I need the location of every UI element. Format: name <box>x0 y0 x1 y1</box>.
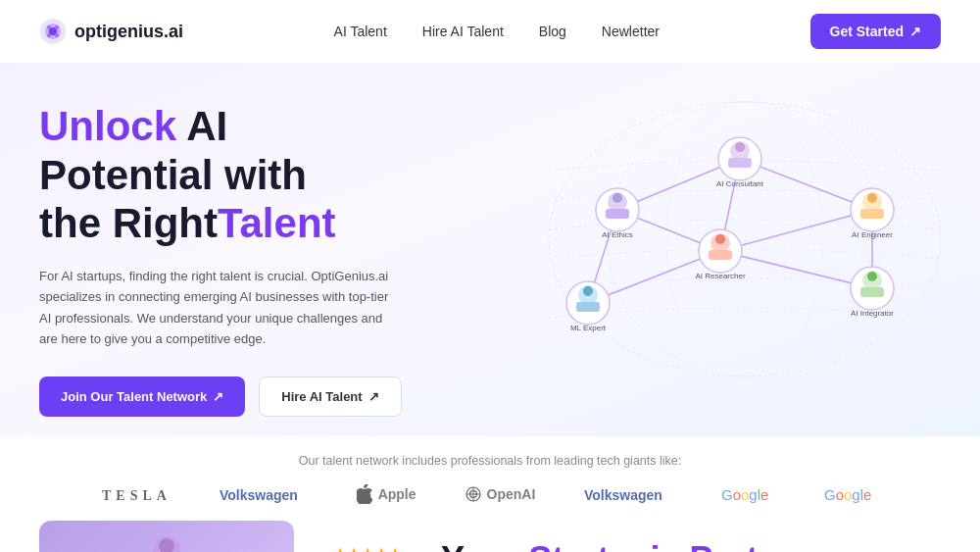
google-svg-2: Google <box>824 484 878 504</box>
brands-section: Our talent network includes professional… <box>0 436 980 521</box>
svg-rect-37 <box>709 250 732 260</box>
vw-svg-1: Volkswagen <box>220 483 308 505</box>
network-visualization: AI Consultant AI Ethics AI Engineer AI R… <box>451 92 941 386</box>
logo[interactable]: optigenius.ai <box>39 18 183 45</box>
volkswagen-logo-2: Volkswagen <box>584 483 672 505</box>
svg-text:AI Consultant: AI Consultant <box>716 179 764 188</box>
svg-point-5 <box>47 33 51 37</box>
arrow-icon: ↗ <box>368 389 379 404</box>
svg-point-3 <box>47 25 51 29</box>
svg-point-26 <box>612 193 622 203</box>
svg-rect-47 <box>860 287 884 297</box>
svg-point-4 <box>55 25 59 29</box>
svg-text:AI Researcher: AI Researcher <box>695 272 745 280</box>
join-talent-button[interactable]: Join Our Talent Network ↗ <box>39 376 245 417</box>
hire-ai-talent-button[interactable]: Hire AI Talent ↗ <box>259 376 401 417</box>
svg-rect-32 <box>860 209 884 219</box>
teaser-image: AI Researcher <box>39 521 294 552</box>
teaser-image-inner <box>39 521 294 552</box>
nav-links: AI Talent Hire AI Talent Blog Newletter <box>334 24 660 39</box>
svg-rect-22 <box>728 158 752 168</box>
svg-text:Volkswagen: Volkswagen <box>584 487 662 503</box>
navbar: optigenius.ai AI Talent Hire AI Talent B… <box>0 0 980 63</box>
tesla-logo: TESLA <box>102 483 171 505</box>
svg-line-18 <box>720 251 872 288</box>
nav-hire-ai-talent[interactable]: Hire AI Talent <box>422 24 504 39</box>
volkswagen-logo-1: Volkswagen <box>220 483 308 505</box>
apple-text: Apple <box>378 486 416 502</box>
svg-text:AI Integrator: AI Integrator <box>851 309 894 318</box>
person-illustration <box>137 530 196 552</box>
google-svg-1: Google <box>721 484 775 504</box>
svg-text:TESLA: TESLA <box>102 488 171 503</box>
tesla-svg: TESLA <box>102 483 171 505</box>
hero-description: For AI startups, finding the right talen… <box>39 266 392 350</box>
openai-logo: OpenAI <box>466 486 536 502</box>
svg-text:Google: Google <box>824 486 871 503</box>
logo-icon <box>39 18 67 45</box>
svg-text:AI Ethics: AI Ethics <box>602 230 633 239</box>
svg-text:Volkswagen: Volkswagen <box>220 487 298 503</box>
arrow-icon: ↗ <box>909 24 921 39</box>
svg-text:AI Engineer: AI Engineer <box>852 230 893 239</box>
svg-point-46 <box>867 272 877 281</box>
openai-text: OpenAI <box>487 486 536 502</box>
vw-svg-2: Volkswagen <box>584 483 672 505</box>
svg-point-6 <box>55 33 59 37</box>
svg-text:Google: Google <box>721 486 768 503</box>
nav-ai-talent[interactable]: AI Talent <box>334 24 387 39</box>
svg-point-41 <box>583 286 593 296</box>
get-started-button[interactable]: Get Started ↗ <box>810 14 941 49</box>
hero-title: Unlock AI Potential with the RightTalent <box>39 102 402 248</box>
svg-rect-42 <box>576 302 600 312</box>
nav-newsletter[interactable]: Newletter <box>602 24 660 39</box>
teaser-title: Your Strategic Partner <box>441 539 812 552</box>
hero-content: Unlock AI Potential with the RightTalent… <box>39 92 402 417</box>
logo-text: optigenius.ai <box>74 22 183 42</box>
google-logo-2: Google <box>824 484 878 504</box>
svg-rect-27 <box>606 209 629 219</box>
brands-label: Our talent network includes professional… <box>39 454 941 468</box>
star-rating: ★★★★★ 4.6k reviews <box>333 544 402 552</box>
hero-section: Unlock AI Potential with the RightTalent… <box>0 63 980 436</box>
apple-svg <box>357 484 372 504</box>
nav-blog[interactable]: Blog <box>539 24 566 39</box>
svg-line-13 <box>720 210 872 251</box>
openai-svg <box>466 486 481 502</box>
apple-logo: Apple <box>357 484 416 504</box>
svg-text:ML Expert: ML Expert <box>570 324 607 332</box>
svg-point-36 <box>715 234 725 244</box>
svg-point-21 <box>735 142 745 152</box>
stars: ★★★★★ <box>333 544 402 552</box>
network-svg: AI Consultant AI Ethics AI Engineer AI R… <box>451 92 941 386</box>
google-logo-1: Google <box>721 484 775 504</box>
hero-buttons: Join Our Talent Network ↗ Hire AI Talent… <box>39 376 402 417</box>
arrow-icon: ↗ <box>213 389 223 404</box>
bottom-teaser: AI Researcher ★★★★★ 4.6k reviews Your St… <box>0 521 980 552</box>
brands-row: TESLA Volkswagen Apple OpenAI <box>39 483 941 505</box>
svg-point-31 <box>867 193 877 203</box>
